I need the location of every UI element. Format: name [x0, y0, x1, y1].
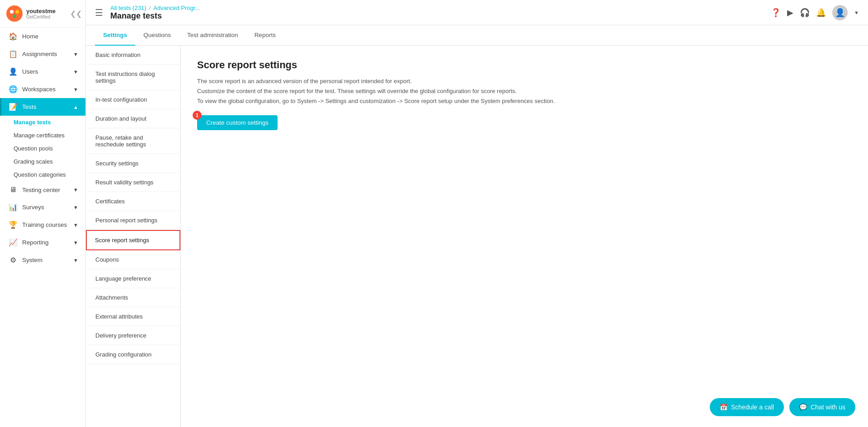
description-line2: Customize the content of the score repor… [197, 86, 852, 96]
notification-icon[interactable]: 🔔 [816, 8, 826, 18]
sidebar-item-system[interactable]: ⚙ System ▼ [0, 251, 85, 269]
left-panel-result-validity-settings[interactable]: Result validity settings [86, 173, 180, 192]
sidebar-item-label: Tests [22, 103, 37, 110]
surveys-icon: 📊 [9, 203, 18, 211]
sidebar-item-testing-center[interactable]: 🖥 Testing center ▼ [0, 181, 85, 198]
sidebar-item-label: Workspaces [22, 86, 56, 93]
chevron-down-icon: ▼ [73, 87, 78, 92]
sidebar-item-label: Reporting [22, 239, 49, 246]
left-panel-attachments[interactable]: Attachments [86, 288, 180, 307]
svg-point-1 [10, 10, 14, 14]
sidebar-item-reporting[interactable]: 📈 Reporting ▼ [0, 234, 85, 251]
left-panel-score-report-settings[interactable]: Score report settings [86, 230, 180, 250]
content: Basic information Test instructions dial… [86, 46, 868, 427]
tab-test-administration[interactable]: Test administration [179, 25, 246, 46]
left-panel-test-instructions[interactable]: Test instructions dialog settings [86, 65, 180, 90]
sidebar-item-assignments[interactable]: 📋 Assignments ▼ [0, 45, 85, 63]
sidebar-item-label: Users [22, 68, 38, 75]
left-panel-grading-configuration[interactable]: Grading configuration [86, 345, 180, 364]
left-panel-duration-and-layout[interactable]: Duration and layout [86, 109, 180, 128]
left-panel-certificates[interactable]: Certificates [86, 192, 180, 211]
breadcrumb: All tests (231) / Advanced Progr... [110, 5, 200, 11]
avatar[interactable]: 👤 [832, 5, 848, 20]
schedule-call-label: Schedule a call [731, 404, 774, 411]
create-button-label: Create custom settings [206, 119, 269, 126]
chevron-down-icon: ▼ [73, 52, 78, 57]
chat-with-us-label: Chat with us [811, 404, 845, 411]
floating-actions: 📅 Schedule a call 💬 Chat with us [710, 398, 855, 416]
sidebar-item-label: System [22, 257, 42, 263]
create-custom-settings-button[interactable]: 1 Create custom settings [197, 115, 278, 130]
logo-area: youtestme GetCertified ❮❮ [0, 0, 85, 28]
svg-point-2 [15, 10, 19, 14]
left-panel-language-preference[interactable]: Language preference [86, 269, 180, 288]
headset-icon[interactable]: 🎧 [800, 8, 810, 18]
sidebar-collapse-button[interactable]: ❮❮ [70, 9, 82, 18]
sidebar-sub-grading-scales[interactable]: Grading scales [0, 155, 85, 168]
sidebar-item-tests[interactable]: 📝 Tests ▲ [0, 98, 85, 116]
sidebar-item-users[interactable]: 👤 Users ▼ [0, 63, 85, 80]
chevron-down-icon: ▼ [73, 69, 78, 75]
tests-icon: 📝 [9, 103, 18, 111]
chevron-down-icon: ▼ [73, 240, 78, 245]
topbar: ☰ All tests (231) / Advanced Progr... Ma… [86, 0, 868, 25]
description-line1: The score report is an advanced version … [197, 76, 852, 86]
tab-reports[interactable]: Reports [246, 25, 284, 46]
schedule-call-icon: 📅 [720, 404, 727, 411]
sidebar-sub-manage-tests[interactable]: Manage tests [0, 116, 85, 129]
schedule-call-button[interactable]: 📅 Schedule a call [710, 398, 784, 416]
left-panel-coupons[interactable]: Coupons [86, 250, 180, 269]
reporting-icon: 📈 [9, 238, 18, 247]
svg-point-0 [6, 5, 23, 22]
left-panel-personal-report-settings[interactable]: Personal report settings [86, 211, 180, 230]
left-panel-delivery-preference[interactable]: Delivery preference [86, 326, 180, 345]
help-icon[interactable]: ❓ [771, 8, 781, 18]
breadcrumb-area: All tests (231) / Advanced Progr... Mana… [110, 5, 200, 21]
logo-sub: GetCertified [26, 14, 56, 19]
sidebar-sub-manage-certificates[interactable]: Manage certificates [0, 129, 85, 142]
sidebar-sub-question-pools[interactable]: Question pools [0, 142, 85, 155]
left-panel-pause-retake-reschedule[interactable]: Pause, retake and reschedule settings [86, 128, 180, 154]
sidebar-item-label: Testing center [22, 187, 60, 193]
sidebar-item-label: Surveys [22, 204, 44, 211]
chat-with-us-button[interactable]: 💬 Chat with us [789, 398, 855, 416]
tab-settings[interactable]: Settings [95, 25, 135, 46]
chevron-up-icon: ▲ [73, 104, 78, 110]
right-panel-description: The score report is an advanced version … [197, 76, 852, 106]
right-panel-title: Score report settings [197, 59, 852, 71]
sidebar-item-workspaces[interactable]: 🌐 Workspaces ▼ [0, 80, 85, 98]
play-icon[interactable]: ▶ [787, 8, 793, 18]
hamburger-icon[interactable]: ☰ [95, 7, 103, 18]
svg-point-3 [13, 14, 16, 18]
assignments-icon: 📋 [9, 50, 18, 58]
sidebar: youtestme GetCertified ❮❮ 🏠 Home 📋 Assig… [0, 0, 86, 427]
training-courses-icon: 🏆 [9, 221, 18, 229]
content-wrapper: ☰ All tests (231) / Advanced Progr... Ma… [86, 0, 868, 427]
left-panel-basic-information[interactable]: Basic information [86, 46, 180, 65]
left-panel-external-attributes[interactable]: External attributes [86, 307, 180, 326]
sidebar-item-surveys[interactable]: 📊 Surveys ▼ [0, 198, 85, 216]
create-button-badge: 1 [193, 111, 202, 120]
sidebar-sub-question-categories[interactable]: Question categories [0, 168, 85, 181]
logo-text: youtestme [26, 8, 56, 15]
breadcrumb-test-name[interactable]: Advanced Progr... [153, 5, 200, 11]
workspaces-icon: 🌐 [9, 85, 18, 94]
sidebar-item-training-courses[interactable]: 🏆 Training courses ▼ [0, 216, 85, 234]
chevron-down-icon: ▼ [73, 205, 78, 210]
testing-center-icon: 🖥 [9, 186, 18, 194]
sidebar-item-label: Training courses [22, 221, 67, 228]
topbar-actions: ❓ ▶ 🎧 🔔 👤 ▼ [771, 5, 859, 20]
chat-icon: 💬 [799, 404, 807, 411]
left-panel-in-test-configuration[interactable]: In-test configuration [86, 90, 180, 109]
sidebar-item-home[interactable]: 🏠 Home [0, 28, 85, 45]
breadcrumb-all-tests[interactable]: All tests (231) [110, 5, 146, 11]
tab-questions[interactable]: Questions [135, 25, 179, 46]
tabs-bar: Settings Questions Test administration R… [86, 25, 868, 46]
chevron-down-icon: ▼ [73, 187, 78, 192]
user-chevron-icon[interactable]: ▼ [854, 10, 859, 15]
logo-icon [6, 5, 23, 22]
sidebar-item-label: Home [22, 33, 38, 40]
page-title: Manage tests [110, 11, 200, 21]
breadcrumb-separator: / [149, 5, 151, 11]
left-panel-security-settings[interactable]: Security settings [86, 154, 180, 173]
